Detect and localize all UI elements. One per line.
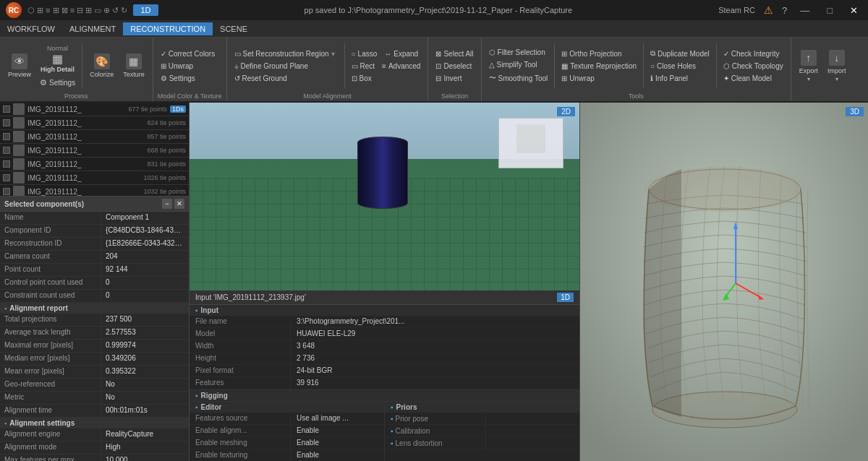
prop-reconstruction-id: Reconstruction ID {1E82666E-0343-4325-B4… [0,238,189,251]
duplicate-model-button[interactable]: ⧉Duplicate Model [647,48,712,59]
ribbon-group-model-color: ✓Correct Colors ⊞Unwrap ⚙Settings Model … [153,38,227,101]
checkbox[interactable] [3,105,10,113]
image-info-panel: Input 'IMG_20191112_213937.jpg' 1D ▪ Inp… [190,290,579,461]
view-1d-badge[interactable]: 1D [133,4,158,16]
unwrap-button[interactable]: ⊞Unwrap [158,61,218,72]
ribbon-group-model-align: ▭Set Reconstruction Region▾ ⏚Define Grou… [227,38,429,101]
selection-group-label: Selection [441,91,468,100]
input-section-header[interactable]: ▪ Input [190,305,579,316]
ribbon: 👁 Preview Normal ▦ High Detail ⚙ Setting… [0,38,868,103]
settings-button[interactable]: ⚙ Settings [37,77,78,89]
alignment-settings-header[interactable]: ▪ Alignment settings [0,418,189,428]
menu-reconstruction[interactable]: RECONSTRUCTION [123,22,213,35]
priors-section-header[interactable]: ▪ Priors [385,402,579,413]
steam-rc-label: Steam RC [718,6,755,14]
define-ground-button[interactable]: ⏚Define Ground Plane [231,61,338,72]
info-enable-texturing: Enable texturing Enable [190,449,384,461]
import-button[interactable]: ↓ Import ▾ [824,48,850,85]
info-panel-button[interactable]: ℹInfo Panel [647,73,712,84]
app-logo: RC [6,2,22,18]
set-region-button[interactable]: ▭Set Reconstruction Region▾ [231,48,338,59]
expand-button[interactable]: ↔Expand [381,48,421,59]
menu-alignment[interactable]: ALIGNMENT [62,22,123,35]
input-section: ▪ Input File name 3:\Photogrammetry_Proj… [190,305,579,390]
rigging-section-header[interactable]: ▪ Rigging [190,390,579,401]
check-topology-button[interactable]: ⬡Check Topology [720,61,786,72]
alignment-report-header[interactable]: ▪ Alignment report [0,303,189,314]
model-settings-button[interactable]: ⚙Settings [158,73,218,84]
correct-colors-button[interactable]: ✓Correct Colors [158,48,218,59]
clean-model-button[interactable]: ✦Clean Model [720,73,786,84]
select-all-button[interactable]: ⊠Select All [433,48,476,59]
preview-icon: 👁 [12,53,27,69]
panel-close-btn[interactable]: ✕ [174,199,184,209]
box-button[interactable]: ⊡Box [349,73,424,84]
ortho-projection-button[interactable]: ⊞Ortho Projection [558,48,639,59]
list-item[interactable]: IMG_20191112_ 677 tie points 1Ds [0,103,189,116]
list-item[interactable]: IMG_20191112_ 1032 tie points [0,185,189,197]
menu-workflow[interactable]: WORKFLOW [0,22,62,35]
priors-column: ▪ Priors ▪ Prior pose ▪ C [385,402,579,461]
deselect-button[interactable]: ⊡Deselect [433,61,476,72]
model-align-group-label: Model Alignment [303,91,352,100]
info-lens-distortion: ▪ Lens distortion [385,437,579,449]
editor-section-header[interactable]: ▪ Editor [190,402,384,413]
texture-button[interactable]: ▦ Texture [119,51,148,80]
panel-minus-btn[interactable]: − [162,199,172,209]
model-color-group-label: Model Color & Texture [158,91,222,100]
thumbnail [13,172,25,184]
rect-button[interactable]: ▭Rect [349,61,378,72]
checkbox[interactable] [3,160,10,168]
checkbox[interactable] [3,119,10,126]
minimize-button[interactable]: — [796,4,814,17]
thumbnail [13,145,25,156]
checkbox[interactable] [3,174,10,181]
checkbox[interactable] [3,147,10,154]
titlebar-right: Steam RC ⚠ ? — □ ✕ [718,4,862,17]
thumbnail [13,103,25,115]
check-integrity-button[interactable]: ✓Check Integrity [720,48,786,59]
list-item[interactable]: IMG_20191112_ 857 tie points [0,130,189,144]
preview-button[interactable]: 👁 Preview [4,51,35,80]
checkbox[interactable] [3,188,10,195]
close-holes-button[interactable]: ○Close Holes [647,61,712,72]
image-list[interactable]: IMG_20191112_ 677 tie points 1Ds IMG_201… [0,103,189,197]
3d-viewport[interactable] [580,103,868,461]
2d-view-badge: 2D [557,107,575,116]
lasso-button[interactable]: ○Lasso [349,48,380,59]
list-item[interactable]: IMG_20191112_ 1026 tie points [0,171,189,185]
prop-mean-error: Mean error [pixels] 0.395322 [0,366,189,379]
prop-max-feat-mpx: Max features per mpx 10 000 [0,454,189,461]
advanced-button[interactable]: ≡Advanced [379,61,423,72]
list-item[interactable]: IMG_20191112_ 668 tie points [0,144,189,158]
texture-reproj-button[interactable]: ▦Texture Reprojection [558,61,639,72]
menu-scene[interactable]: SCENE [213,22,255,35]
editor-priors-section: ▪ Editor Features source Use all image .… [190,402,579,461]
filter-selection-button[interactable]: ⬡Filter Selection [486,47,551,58]
invert-button[interactable]: ⊟Invert [433,73,476,84]
info-model: Model HUAWEI ELE-L29 [190,328,579,340]
prop-constraint-count: Constraint count used 0 [0,290,189,303]
help-icon[interactable]: ? [782,5,787,16]
3d-view-badge: 3D [846,107,864,116]
list-item[interactable]: IMG_20191112_ 831 tie points [0,158,189,171]
colorize-icon: 🎨 [94,53,110,69]
tools-unwrap-button[interactable]: ⊞Unwrap [558,73,639,84]
info-enable-meshing: Enable meshing Enable [190,437,384,449]
colorize-button[interactable]: 🎨 Colorize [86,51,117,80]
ribbon-group-process: 👁 Preview Normal ▦ High Detail ⚙ Setting… [0,38,153,101]
normal-mode-button[interactable]: Normal ▦ High Detail [37,43,78,74]
close-button[interactable]: ✕ [846,4,862,17]
info-enable-align: Enable alignm... Enable [190,425,384,437]
photo-cylinder [357,137,408,209]
checkbox[interactable] [3,133,10,140]
reset-ground-button[interactable]: ↺Reset Ground [231,73,338,84]
photo-view[interactable]: 2D [190,103,579,290]
list-item[interactable]: IMG_20191112_ 624 tie points [0,116,189,130]
smoothing-tool-button[interactable]: 〜Smoothing Tool [486,72,551,85]
maximize-button[interactable]: □ [822,4,837,17]
info-filename: File name 3:\Photogrammetry_Project\201.… [190,316,579,328]
right-panel-3d[interactable]: 3D [580,103,868,461]
simplify-tool-button[interactable]: △Simplify Tool [486,59,551,70]
export-button[interactable]: ↑ Export ▾ [796,48,822,85]
